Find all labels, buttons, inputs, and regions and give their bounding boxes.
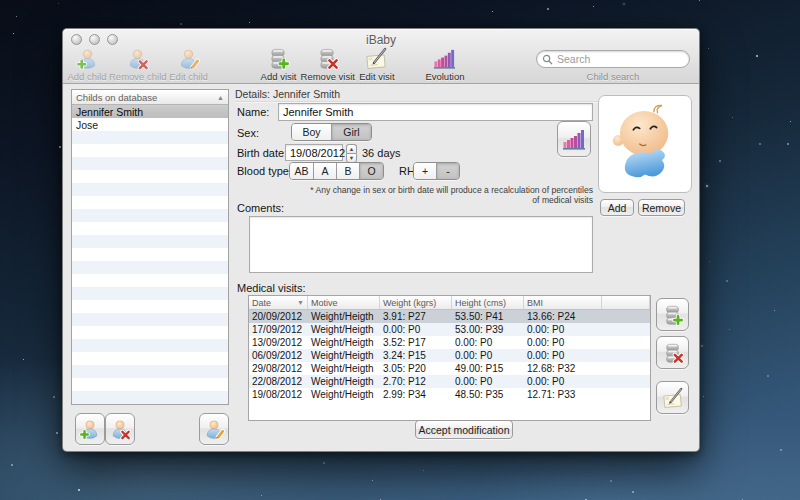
toolbar-evolution-button[interactable]: Evolution <box>423 47 467 82</box>
search-input[interactable] <box>555 52 685 66</box>
star <box>726 280 728 282</box>
sort-descending-icon: ▼ <box>297 299 304 306</box>
star <box>261 495 262 496</box>
visits-column-weight-kgrs-[interactable]: Weight (kgrs) <box>380 296 452 309</box>
remove-visit-side-button[interactable] <box>656 336 689 369</box>
photo-add-button[interactable]: Add <box>600 199 634 216</box>
star <box>708 48 709 49</box>
remove-child-button[interactable] <box>105 413 135 445</box>
child-row-jennifer-smith[interactable]: Jennifer Smith <box>72 105 228 118</box>
star <box>23 359 24 360</box>
visit-row-0[interactable]: 20/09/2012Weight/Heigth3.91: P2753.50: P… <box>249 310 650 323</box>
visit-cell: 3.91: P27 <box>380 310 452 323</box>
visits-column-height-cms-[interactable]: Height (cms) <box>452 296 524 309</box>
visit-row-5[interactable]: 22/08/2012Weight/Heigth2.70: P120.00: P0… <box>249 375 650 388</box>
visit-cell: Weight/Heigth <box>308 388 380 401</box>
children-list-header[interactable]: Childs on database ▲ <box>72 90 228 105</box>
birth-date-value: 19/08/2012 <box>290 147 345 159</box>
empty-list-row <box>72 378 228 391</box>
empty-list-row <box>72 209 228 222</box>
empty-list-row <box>72 287 228 300</box>
visit-row-2[interactable]: 13/09/2012Weight/Heigth3.52: P170.00: P0… <box>249 336 650 349</box>
sex-option-boy[interactable]: Boy <box>292 124 332 140</box>
stepper-up-icon[interactable]: ▲ <box>346 144 357 153</box>
medical-visits-table[interactable]: Date▼MotiveWeight (kgrs)Height (cms)BMI2… <box>248 295 651 421</box>
visit-cell: Weight/Heigth <box>308 336 380 349</box>
star <box>547 8 549 10</box>
empty-list-row <box>72 248 228 261</box>
visits-column-motive[interactable]: Motive <box>308 296 380 309</box>
star <box>78 489 80 491</box>
blood-type-option-b[interactable]: B <box>337 163 360 179</box>
child-row-jose[interactable]: Jose <box>72 118 228 131</box>
visits-column-empty[interactable] <box>602 296 650 309</box>
visit-cell: 19/08/2012 <box>249 388 308 401</box>
children-list[interactable]: Childs on database ▲ Jennifer SmithJose <box>71 89 229 405</box>
chart-icon <box>562 127 586 151</box>
photo-remove-button[interactable]: Remove <box>638 199 685 216</box>
rh-segmented-control: +- <box>413 162 460 180</box>
sex-segmented-control: BoyGirl <box>291 123 372 141</box>
star <box>767 375 769 377</box>
visit-cell: 48.50: P35 <box>452 388 524 401</box>
visit-row-1[interactable]: 17/09/2012Weight/Heigth0.00: P053.00: P3… <box>249 323 650 336</box>
visit-cell <box>602 388 650 401</box>
star <box>790 121 791 122</box>
blood-type-option-a[interactable]: A <box>314 163 337 179</box>
sex-label: Sex: <box>237 127 259 139</box>
rh-option--[interactable]: + <box>414 163 437 179</box>
toolbar-remove-child-button: Remove child <box>109 47 167 82</box>
edit-visit-side-button[interactable] <box>656 381 689 414</box>
blood-type-option-o[interactable]: O <box>360 163 383 179</box>
person-remove-icon <box>126 47 149 70</box>
star <box>11 464 13 466</box>
age-text: 36 days <box>362 147 401 159</box>
star <box>180 23 182 25</box>
visits-column-bmi[interactable]: BMI <box>524 296 602 309</box>
rh-option--[interactable]: - <box>437 163 459 179</box>
blood-type-option-ab[interactable]: AB <box>290 163 314 179</box>
visit-cell: 17/09/2012 <box>249 323 308 336</box>
empty-list-row <box>72 391 228 404</box>
toolbar-add-visit-button[interactable]: Add visit <box>257 47 301 82</box>
toolbar-remove-visit-button[interactable]: Remove visit <box>301 47 355 82</box>
db-add-icon <box>267 47 290 70</box>
visit-row-3[interactable]: 06/09/2012Weight/Heigth3.24: P150.00: P0… <box>249 349 650 362</box>
add-visit-side-button[interactable] <box>656 298 689 331</box>
star <box>759 143 761 145</box>
search-field[interactable] <box>536 50 690 68</box>
db-add-icon <box>662 304 684 326</box>
visit-row-6[interactable]: 19/08/2012Weight/Heigth2.99: P3448.50: P… <box>249 388 650 401</box>
visit-cell: 12.71: P33 <box>524 388 602 401</box>
visits-column-date[interactable]: Date▼ <box>249 296 308 309</box>
children-rows: Jennifer SmithJose <box>72 105 228 405</box>
visit-cell: 06/09/2012 <box>249 349 308 362</box>
star <box>632 491 634 493</box>
star <box>492 11 493 12</box>
star <box>249 22 250 23</box>
birth-date-stepper[interactable]: ▲ ▼ <box>346 144 357 161</box>
photo-remove-label: Remove <box>642 202 681 214</box>
star <box>56 432 58 434</box>
birth-date-field[interactable]: 19/08/2012 <box>285 144 343 161</box>
accept-modification-button[interactable]: Accept modification <box>415 420 513 439</box>
toolbar-edit-visit-label: Edit visit <box>359 71 394 82</box>
toolbar-edit-visit-button[interactable]: Edit visit <box>355 47 399 82</box>
visit-row-4[interactable]: 29/08/2012Weight/Heigth3.05: P2049.00: P… <box>249 362 650 375</box>
toolbar: Add childRemove childEdit childAdd visit… <box>63 45 699 83</box>
star <box>59 146 61 148</box>
visit-cell: 3.24: P15 <box>380 349 452 362</box>
sex-option-girl[interactable]: Girl <box>332 124 371 140</box>
star <box>423 470 424 471</box>
visit-cell: 0.00: P0 <box>524 323 602 336</box>
evolution-chart-button[interactable] <box>557 121 591 157</box>
toolbar-add-visit-label: Add visit <box>261 71 297 82</box>
name-field[interactable]: Jennifer Smith <box>278 103 593 121</box>
comments-textarea[interactable] <box>249 216 593 273</box>
edit-child-button[interactable] <box>199 413 229 445</box>
add-child-button[interactable] <box>75 413 105 445</box>
empty-list-row <box>72 222 228 235</box>
window-header: iBaby Add childRemove childEdit childAdd… <box>63 29 699 84</box>
sort-ascending-icon[interactable]: ▲ <box>217 94 224 101</box>
star <box>703 396 704 397</box>
